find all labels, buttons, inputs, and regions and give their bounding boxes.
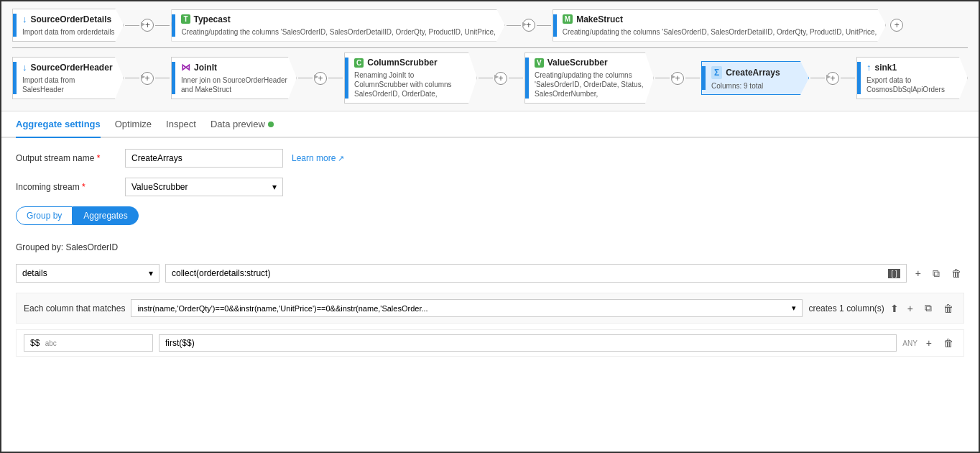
node-label: SourceOrderDetails [31,14,112,24]
node-left-accent [857,62,861,94]
node-source-order-details[interactable]: ↓ SourceOrderDetails Import data from or… [12,9,124,42]
settings-content: Output stream name * Learn more ↗ Incomi… [1,138,979,452]
arrow [507,25,521,26]
pattern-copy-btn[interactable]: ⧉ [922,301,935,316]
arrow [125,78,139,78]
sub-delete-btn[interactable]: 🗑 [940,336,956,350]
node-desc: Renaming JoinIt to ColumnScrubber with c… [354,70,468,99]
incoming-stream-row: Incoming stream * ValueScrubber ▾ [16,178,964,196]
agg-add-btn[interactable]: + [912,266,924,280]
node-create-arrays[interactable]: Σ CreateArrays Columns: 9 total [701,61,809,95]
pattern-delete-btn[interactable]: 🗑 [940,301,956,316]
node-inner: ⋈ JoinIt Inner join on SourceOrderHeader… [181,62,287,94]
pattern-expr-field[interactable]: instr(name,'OrderQty')==0&&instr(name,'U… [131,299,803,317]
createarr-icon: Σ [711,66,722,79]
connector [477,78,494,78]
node-label: sink1 [875,63,897,73]
connector [154,25,171,26]
node-inner: ↑ sink1 Export data to CosmosDbSqlApiOrd… [866,62,958,94]
connector [535,25,553,26]
pipeline-row-1: ↓ SourceOrderDetails Import data from or… [12,9,968,42]
node-title: ⋈ JoinIt [181,62,287,73]
tab-aggregate-settings[interactable]: Aggregate settings [16,111,101,138]
node-left-accent [525,58,529,99]
arrow [509,78,523,78]
agg-expr-field[interactable]: collect(orderdetails:struct) [ ] [165,264,907,283]
node-value-scrubber[interactable]: V ValueScrubber Creating/updating the co… [524,52,654,104]
sub-type-label: abc [45,339,57,347]
sub-add-btn[interactable]: + [923,336,935,350]
node-label: ColumnScrubber [367,58,437,68]
connector [505,25,522,26]
node-joinit[interactable]: ⋈ JoinIt Inner join on SourceOrderHeader… [171,57,297,99]
node-label: MakeStruct [576,14,623,24]
pattern-dropdown-icon: ▾ [792,303,796,313]
sub-field-input[interactable]: $$ abc [24,334,153,352]
learn-more-link[interactable]: Learn more ↗ [292,153,344,163]
aggregates-btn[interactable]: Aggregates [73,206,138,225]
pattern-creates-label: creates 1 column(s) [808,303,884,314]
node-left-accent [172,62,175,94]
connector [124,25,141,26]
connector [297,78,314,78]
tab-inspect[interactable]: Inspect [166,111,196,138]
pattern-add-btn[interactable]: + [905,301,916,316]
tab-data-preview[interactable]: Data preview [211,111,274,138]
node-desc: Import data from orderdetails [22,27,114,37]
connector [809,78,826,78]
arrow [479,78,493,78]
agg-type-badge: [ ] [888,269,900,278]
dropdown-chevron-icon: ▾ [272,182,277,192]
makestruct-icon: M [563,14,573,24]
arrow [155,78,170,78]
agg-delete-btn[interactable]: 🗑 [948,266,964,280]
node-desc: Creating/updating the columns 'SalesOrde… [535,70,644,99]
joinit-icon: ⋈ [181,62,190,73]
connector [839,78,856,78]
output-stream-label: Output stream name * [16,153,116,163]
incoming-stream-label: Incoming stream * [16,182,116,192]
pipeline-area: ↓ SourceOrderDetails Import data from or… [1,1,979,111]
collapse-btn[interactable]: ⬆ [890,303,899,314]
connector [654,78,671,78]
output-stream-input[interactable] [125,149,283,168]
arrow [655,78,670,78]
node-title: ↓ SourceOrderHeader [22,62,114,73]
incoming-stream-select[interactable]: ValueScrubber ▾ [125,178,283,196]
arrow [685,78,700,78]
select-chevron-icon: ▾ [149,268,153,278]
pipeline-divider [12,47,968,48]
node-inner: M MakeStruct Creating/updating the colum… [563,14,877,37]
colscrub-icon: C [354,58,364,68]
valscrub-icon: V [535,58,544,68]
add-step-btn-3[interactable]: + [890,19,903,32]
node-sink1[interactable]: ↑ sink1 Export data to CosmosDbSqlApiOrd… [856,57,968,99]
node-desc: Creating/updating the columns 'SalesOrde… [181,27,495,37]
arrow [810,78,825,78]
output-stream-row: Output stream name * Learn more ↗ [16,149,964,168]
settings-area: Aggregate settings Optimize Inspect Data… [1,111,979,452]
node-label: CreateArrays [726,68,780,78]
toggle-group: Group by Aggregates [16,206,139,225]
node-makestruct[interactable]: M MakeStruct Creating/updating the colum… [553,9,886,42]
node-source-order-header[interactable]: ↓ SourceOrderHeader Import data from Sal… [12,57,124,99]
node-column-scrubber[interactable]: C ColumnScrubber Renaming JoinIt to Colu… [344,52,477,104]
node-inner: V ValueScrubber Creating/updating the co… [535,58,644,99]
node-desc: Import data from SalesHeader [22,76,114,94]
connector [124,78,141,78]
required-star: * [97,153,101,163]
connector [154,78,171,78]
node-left-accent [172,14,175,37]
agg-column-select[interactable]: details ▾ [16,264,160,283]
sub-expr-input[interactable]: first($$) [159,334,897,352]
group-by-btn[interactable]: Group by [16,206,73,225]
connector [684,78,701,78]
required-star-2: * [82,182,85,192]
tab-optimize[interactable]: Optimize [115,111,152,138]
connector [507,78,524,78]
node-label: JoinIt [194,63,217,73]
node-typecast[interactable]: T Typecast Creating/updating the columns… [171,9,504,42]
agg-copy-btn[interactable]: ⧉ [930,266,943,281]
tabs-bar: Aggregate settings Optimize Inspect Data… [1,111,979,138]
node-title: Σ CreateArrays [711,66,800,79]
